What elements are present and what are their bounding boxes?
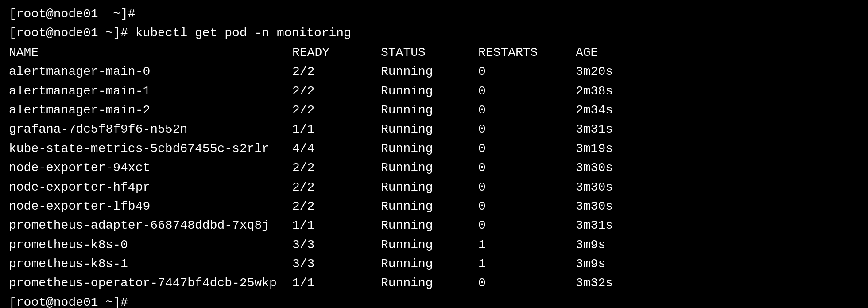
pod-row-node-exporter-hf4pr: node-exporter-hf4pr2/2Running03m30s xyxy=(9,178,859,197)
pod-age: 2m34s xyxy=(576,101,613,120)
pod-age: 2m38s xyxy=(576,82,613,101)
pod-restarts: 0 xyxy=(478,101,576,120)
pod-ready: 2/2 xyxy=(292,197,381,216)
pod-name: node-exporter-94xct xyxy=(9,158,292,177)
pod-name: alertmanager-main-0 xyxy=(9,62,292,81)
pod-status: Running xyxy=(381,82,478,101)
pod-row-prometheus-operator: prometheus-operator-7447bf4dcb-25wkp1/1R… xyxy=(9,273,859,292)
pod-name: alertmanager-main-2 xyxy=(9,101,292,120)
header-age: AGE xyxy=(576,43,598,62)
line-prompt-1: [root@node01 ~]# xyxy=(9,293,859,308)
pod-row-node-exporter-lfb49: node-exporter-lfb492/2Running03m30s xyxy=(9,197,859,216)
pod-restarts: 0 xyxy=(478,82,576,101)
command-text: [root@node01 ~]# kubectl get pod -n moni… xyxy=(9,23,351,43)
pod-row-kube-state-metrics: kube-state-metrics-5cbd67455c-s2rlr4/4Ru… xyxy=(9,139,859,158)
pod-row-node-exporter-94xct: node-exporter-94xct2/2Running03m30s xyxy=(9,158,859,177)
pod-ready: 3/3 xyxy=(292,235,381,254)
pod-restarts: 0 xyxy=(478,216,576,235)
pod-ready: 1/1 xyxy=(292,120,381,139)
pod-status: Running xyxy=(381,178,478,197)
pod-restarts: 0 xyxy=(478,178,576,197)
pod-row-alertmanager-main-2: alertmanager-main-22/2Running02m34s xyxy=(9,101,859,120)
pod-age: 3m9s xyxy=(576,254,605,273)
pod-row-alertmanager-main-0: alertmanager-main-02/2Running03m20s xyxy=(9,62,859,81)
pod-row-prometheus-adapter: prometheus-adapter-668748ddbd-7xq8j1/1Ru… xyxy=(9,216,859,235)
pod-age: 3m31s xyxy=(576,216,613,235)
line-command: [root@node01 ~]# kubectl get pod -n moni… xyxy=(9,23,859,43)
pod-ready: 2/2 xyxy=(292,82,381,101)
header-restarts: RESTARTS xyxy=(478,43,576,62)
pod-status: Running xyxy=(381,139,478,158)
terminal-window: [root@node01 ~]# [root@node01 ~]# kubect… xyxy=(9,4,859,308)
pod-restarts: 0 xyxy=(478,62,576,81)
pod-age: 3m9s xyxy=(576,235,605,254)
pod-age: 3m30s xyxy=(576,178,613,197)
pod-row-alertmanager-main-1: alertmanager-main-12/2Running02m38s xyxy=(9,82,859,101)
prompt-text: [root@node01 ~]# xyxy=(9,293,128,308)
pod-status: Running xyxy=(381,158,478,177)
pod-age: 3m19s xyxy=(576,139,613,158)
pod-name: prometheus-k8s-0 xyxy=(9,235,292,254)
header-status: STATUS xyxy=(381,43,478,62)
pod-name: grafana-7dc5f8f9f6-n552n xyxy=(9,120,292,139)
pod-status: Running xyxy=(381,273,478,292)
header-ready: READY xyxy=(292,43,381,62)
pod-name: prometheus-adapter-668748ddbd-7xq8j xyxy=(9,216,292,235)
pod-status: Running xyxy=(381,62,478,81)
pod-age: 3m30s xyxy=(576,158,613,177)
pod-name: prometheus-operator-7447bf4dcb-25wkp xyxy=(9,273,292,292)
line-prev-prompt: [root@node01 ~]# xyxy=(9,4,859,23)
header-name: NAME xyxy=(9,43,292,62)
pod-status: Running xyxy=(381,254,478,273)
pod-row-prometheus-k8s-0: prometheus-k8s-03/3Running13m9s xyxy=(9,235,859,254)
pod-ready: 2/2 xyxy=(292,101,381,120)
table-header: NAMEREADYSTATUSRESTARTSAGE xyxy=(9,43,859,62)
pod-status: Running xyxy=(381,101,478,120)
pod-ready: 1/1 xyxy=(292,273,381,292)
pod-ready: 1/1 xyxy=(292,216,381,235)
pod-name: node-exporter-lfb49 xyxy=(9,197,292,216)
pod-ready: 2/2 xyxy=(292,62,381,81)
pod-status: Running xyxy=(381,235,478,254)
prev-prompt-text: [root@node01 ~]# xyxy=(9,4,136,23)
pod-status: Running xyxy=(381,216,478,235)
pod-status: Running xyxy=(381,120,478,139)
pod-restarts: 0 xyxy=(478,120,576,139)
pod-name: prometheus-k8s-1 xyxy=(9,254,292,273)
pod-age: 3m32s xyxy=(576,273,613,292)
pod-restarts: 0 xyxy=(478,158,576,177)
pod-name: node-exporter-hf4pr xyxy=(9,178,292,197)
pod-restarts: 0 xyxy=(478,273,576,292)
pod-ready: 2/2 xyxy=(292,158,381,177)
pod-age: 3m20s xyxy=(576,62,613,81)
pod-name: alertmanager-main-1 xyxy=(9,82,292,101)
pod-age: 3m31s xyxy=(576,120,613,139)
pod-ready: 2/2 xyxy=(292,178,381,197)
pod-ready: 4/4 xyxy=(292,139,381,158)
pod-restarts: 0 xyxy=(478,197,576,216)
pod-ready: 3/3 xyxy=(292,254,381,273)
pod-row-prometheus-k8s-1: prometheus-k8s-13/3Running13m9s xyxy=(9,254,859,273)
pod-age: 3m30s xyxy=(576,197,613,216)
pod-restarts: 0 xyxy=(478,139,576,158)
pod-restarts: 1 xyxy=(478,235,576,254)
pod-name: kube-state-metrics-5cbd67455c-s2rlr xyxy=(9,139,292,158)
pod-row-grafana: grafana-7dc5f8f9f6-n552n1/1Running03m31s xyxy=(9,120,859,139)
pod-restarts: 1 xyxy=(478,254,576,273)
pod-status: Running xyxy=(381,197,478,216)
